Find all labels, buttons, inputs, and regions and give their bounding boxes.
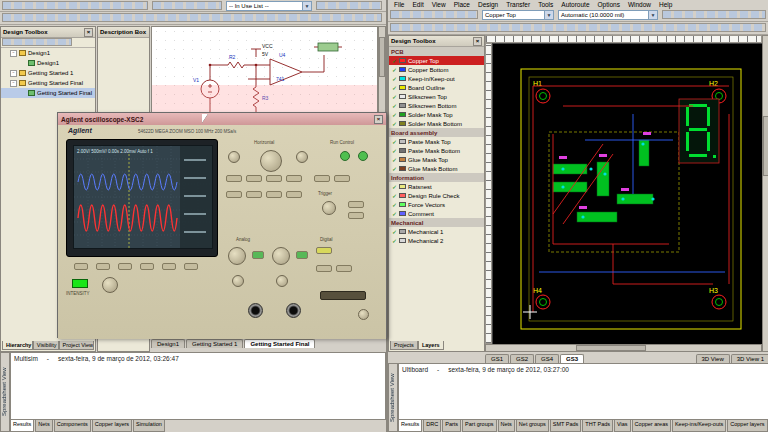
check-icon[interactable] bbox=[392, 210, 397, 217]
toolbar-icons[interactable] bbox=[152, 1, 222, 10]
sheet-tab[interactable]: Parts bbox=[442, 420, 461, 432]
layer-item[interactable]: Paste Mask Bottom bbox=[389, 146, 484, 155]
measure-button[interactable] bbox=[286, 191, 302, 198]
check-icon[interactable] bbox=[392, 84, 397, 91]
menu-item[interactable]: Edit bbox=[408, 0, 427, 9]
toolbar-icons[interactable] bbox=[2, 1, 148, 10]
softkey-button[interactable] bbox=[140, 263, 154, 270]
layer-item[interactable]: Keep-in/Keep-out bbox=[389, 74, 484, 83]
layer-item[interactable]: Solder Mask Top bbox=[389, 110, 484, 119]
sheet-tab[interactable]: SMT Pads bbox=[550, 420, 582, 432]
menu-button[interactable] bbox=[226, 175, 242, 182]
panel-tab[interactable]: Projects bbox=[390, 341, 418, 350]
layer-item[interactable]: Paste Mask Top bbox=[389, 137, 484, 146]
panel-tab[interactable]: Visibility bbox=[33, 341, 59, 350]
sheet-tab[interactable]: Copper areas bbox=[632, 420, 671, 432]
panel-tab[interactable]: Hierarchy bbox=[2, 341, 33, 350]
softkey-button[interactable] bbox=[162, 263, 176, 270]
ultiboard-spreadsheet[interactable]: Ultiboard - sexta-feira, 9 de março de 2… bbox=[398, 363, 768, 420]
layer-item[interactable]: Force Vectors bbox=[389, 200, 484, 209]
spreadsheet-view-tab[interactable]: Spreadsheet View bbox=[0, 352, 10, 432]
channel2-scale-knob[interactable] bbox=[272, 247, 290, 265]
sheet-tab[interactable]: Copper layers bbox=[727, 420, 767, 432]
doc-tab[interactable]: GS2 bbox=[510, 354, 534, 363]
menu-item[interactable]: Window bbox=[624, 0, 655, 9]
sheet-tab[interactable]: Nets bbox=[35, 420, 52, 432]
panel-tab[interactable]: Project View bbox=[59, 341, 94, 350]
check-icon[interactable] bbox=[392, 102, 397, 109]
softkey-button[interactable] bbox=[184, 263, 198, 270]
check-icon[interactable] bbox=[392, 192, 397, 199]
measure-button[interactable] bbox=[246, 191, 262, 198]
toolbar-icons[interactable] bbox=[2, 13, 382, 22]
toolbar-icons[interactable] bbox=[316, 1, 382, 10]
tree-item[interactable]: Design1 bbox=[1, 48, 95, 58]
menu-item[interactable]: View bbox=[428, 0, 450, 9]
layer-item[interactable]: Glue Mask Top bbox=[389, 155, 484, 164]
in-use-list-combo[interactable]: -- In Use List -- ▼ bbox=[226, 1, 312, 11]
trigger-level-knob[interactable] bbox=[322, 201, 336, 215]
layer-item[interactable]: Mechanical 1 bbox=[389, 227, 484, 236]
menu-item[interactable]: Place bbox=[450, 0, 474, 9]
sheet-tab[interactable]: Results bbox=[398, 420, 422, 432]
oscilloscope-titlebar[interactable]: Agilent oscilloscope-XSC2 × bbox=[58, 113, 386, 125]
panel-tab[interactable]: Layers bbox=[418, 341, 444, 350]
sheet-tab[interactable]: Components bbox=[54, 420, 91, 432]
layer-item[interactable]: Comment bbox=[389, 209, 484, 218]
math-button[interactable] bbox=[316, 247, 332, 254]
channel1-bnc-connector[interactable] bbox=[248, 303, 263, 318]
layer-item[interactable]: Silkscreen Bottom bbox=[389, 101, 484, 110]
softkey-button[interactable] bbox=[74, 263, 88, 270]
check-icon[interactable] bbox=[392, 120, 397, 127]
sheet-tab[interactable]: THT Pads bbox=[582, 420, 613, 432]
trigger-button[interactable] bbox=[348, 201, 364, 208]
toolbar-icons[interactable] bbox=[390, 10, 478, 19]
sheet-tab[interactable]: Net groups bbox=[516, 420, 549, 432]
channel2-bnc-connector[interactable] bbox=[286, 303, 301, 318]
run-stop-button[interactable] bbox=[340, 151, 350, 161]
menu-item[interactable]: Autoroute bbox=[557, 0, 593, 9]
menu-item[interactable]: File bbox=[390, 0, 408, 9]
doc-tab[interactable]: Getting Started 1 bbox=[186, 339, 243, 348]
menu-item[interactable]: Help bbox=[655, 0, 676, 9]
layer-item[interactable]: Mechanical bbox=[389, 218, 484, 227]
sheet-tab[interactable]: Vias bbox=[614, 420, 631, 432]
channel1-button[interactable] bbox=[252, 251, 264, 259]
check-icon[interactable] bbox=[392, 66, 397, 73]
layer-item[interactable]: Copper Top bbox=[389, 56, 484, 65]
check-icon[interactable] bbox=[392, 165, 397, 172]
check-icon[interactable] bbox=[392, 147, 397, 154]
toolbar-icons[interactable] bbox=[2, 38, 72, 46]
doc-tab[interactable]: 3D View bbox=[696, 354, 730, 363]
digital-button[interactable] bbox=[336, 265, 352, 272]
doc-tab[interactable]: GS4 bbox=[535, 354, 559, 363]
description-box-header[interactable]: Description Box bbox=[98, 27, 149, 38]
check-icon[interactable] bbox=[392, 138, 397, 145]
check-icon[interactable] bbox=[392, 237, 397, 244]
pcb-hscrollbar[interactable] bbox=[485, 344, 762, 352]
channel1-scale-knob[interactable] bbox=[228, 247, 246, 265]
sheet-tab[interactable]: Keep-ins/Keep-outs bbox=[672, 420, 726, 432]
check-icon[interactable] bbox=[392, 57, 397, 64]
doc-tab[interactable]: GS3 bbox=[560, 354, 584, 363]
pcb-vscrollbar[interactable] bbox=[762, 35, 768, 352]
layer-item[interactable]: Silkscreen Top bbox=[389, 92, 484, 101]
menu-button[interactable] bbox=[286, 175, 302, 182]
tree-item[interactable]: Design1 bbox=[1, 58, 95, 68]
menu-item[interactable]: Tools bbox=[534, 0, 557, 9]
tree-item[interactable]: Getting Started Final bbox=[1, 78, 95, 88]
multisim-spreadsheet[interactable]: Multisim - sexta-feira, 9 de março de 20… bbox=[10, 352, 386, 420]
tree-item[interactable]: Getting Started 1 bbox=[1, 68, 95, 78]
single-button[interactable] bbox=[358, 151, 368, 161]
channel1-position-knob[interactable] bbox=[232, 275, 244, 287]
sheet-tab[interactable]: Results bbox=[10, 420, 34, 432]
menu-button[interactable] bbox=[266, 175, 282, 182]
doc-tab[interactable]: 3D View 1 bbox=[731, 354, 768, 363]
toolbar-icons[interactable] bbox=[662, 10, 766, 19]
digital-button[interactable] bbox=[316, 265, 332, 272]
spreadsheet-view-tab[interactable]: Spreadsheet View bbox=[388, 363, 398, 432]
softkey-button[interactable] bbox=[118, 263, 132, 270]
layer-item[interactable]: Copper Bottom bbox=[389, 65, 484, 74]
close-icon[interactable]: × bbox=[84, 28, 93, 37]
layer-item[interactable]: Glue Mask Bottom bbox=[389, 164, 484, 173]
